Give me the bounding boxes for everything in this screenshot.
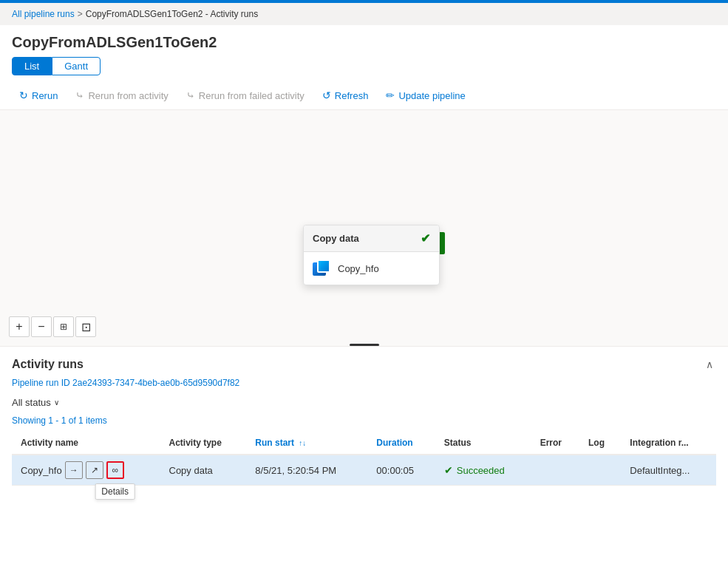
col-activity-type: Activity type bbox=[160, 432, 247, 455]
cell-activity-name: Copy_hfo → ↗ ∞ Details bbox=[12, 455, 160, 486]
popup-header-label: Copy data bbox=[313, 233, 359, 244]
col-integration-runtime: Integration r... bbox=[621, 432, 716, 455]
breadcrumb: All pipeline runs > CopyFromADLSGen1ToGe… bbox=[0, 3, 728, 25]
page-title-area: CopyFromADLSGen1ToGen2 bbox=[0, 25, 728, 57]
toolbar: ↻ Rerun ⤷ Rerun from activity ⤷ Rerun fr… bbox=[0, 81, 728, 110]
cell-duration: 00:00:05 bbox=[367, 455, 435, 486]
expand-icon: ⊡ bbox=[81, 320, 91, 334]
sort-arrows-icon: ↑↓ bbox=[299, 439, 306, 447]
pipeline-run-id: Pipeline run ID 2ae24393-7347-4beb-ae0b-… bbox=[12, 378, 716, 388]
status-text: Succeeded bbox=[457, 465, 505, 476]
action-output-button[interactable]: ↗ bbox=[86, 461, 103, 479]
popup-item[interactable]: Copy_hfo bbox=[304, 252, 439, 285]
rerun-from-failed-icon: ⤷ bbox=[186, 89, 195, 101]
rerun-from-activity-icon: ⤷ bbox=[75, 89, 84, 101]
col-error: Error bbox=[531, 432, 579, 455]
page-title: CopyFromADLSGen1ToGen2 bbox=[12, 34, 716, 51]
action-input-button[interactable]: → bbox=[65, 461, 83, 479]
fit-icon: ⊞ bbox=[60, 322, 67, 332]
rerun-from-failed-label: Rerun from failed activity bbox=[199, 90, 305, 101]
section-title: Activity runs bbox=[12, 358, 84, 371]
cell-run-start: 8/5/21, 5:20:54 PM bbox=[246, 455, 367, 486]
zoom-out-button[interactable]: − bbox=[31, 316, 52, 337]
zoom-out-icon: − bbox=[38, 320, 44, 333]
showing-count: Showing 1 - 1 of 1 items bbox=[12, 415, 716, 426]
col-activity-name: Activity name bbox=[12, 432, 160, 455]
canvas-area[interactable]: Copy data ✔ Copy_hfo + − ⊞ ⊡ bbox=[0, 110, 728, 347]
status-filter-label: All status bbox=[12, 397, 51, 408]
update-pipeline-label: Update pipeline bbox=[398, 90, 465, 101]
popup-header: Copy data ✔ bbox=[304, 225, 439, 252]
action-details-button[interactable]: ∞ bbox=[106, 461, 124, 479]
refresh-button[interactable]: ↺ Refresh bbox=[315, 86, 376, 105]
cell-integration-runtime: DefaultInteg... bbox=[621, 455, 716, 486]
zoom-in-icon: + bbox=[16, 320, 22, 333]
scroll-indicator bbox=[350, 344, 379, 346]
gantt-view-button[interactable]: Gantt bbox=[52, 57, 101, 75]
tooltip-text: Details bbox=[95, 483, 135, 500]
activity-runs-section: Activity runs ∧ Pipeline run ID 2ae24393… bbox=[0, 347, 728, 486]
rerun-from-activity-button[interactable]: ⤷ Rerun from activity bbox=[68, 86, 175, 105]
activity-runs-table: Activity name Activity type Run start ↑↓… bbox=[12, 432, 716, 486]
pipeline-run-id-label: Pipeline run ID bbox=[12, 378, 70, 388]
view-toggle: List Gantt bbox=[12, 57, 716, 75]
rerun-button[interactable]: ↻ Rerun bbox=[12, 86, 65, 105]
rerun-label: Rerun bbox=[32, 90, 58, 101]
run-start-label: Run start bbox=[255, 438, 294, 448]
cell-error bbox=[531, 455, 579, 486]
action-details-wrapper: ∞ Details bbox=[106, 461, 124, 479]
cell-status: ✔ Succeeded bbox=[435, 455, 531, 486]
list-view-button[interactable]: List bbox=[12, 57, 52, 75]
section-header: Activity runs ∧ bbox=[12, 356, 716, 373]
row-actions: → ↗ ∞ Details bbox=[65, 461, 124, 479]
status-success-badge: ✔ Succeeded bbox=[444, 464, 523, 476]
collapse-button[interactable]: ∧ bbox=[703, 356, 716, 373]
popup-item-label: Copy_hfo bbox=[338, 263, 379, 274]
zoom-controls: + − ⊞ ⊡ bbox=[9, 316, 96, 337]
update-pipeline-button[interactable]: ✏ Update pipeline bbox=[378, 86, 472, 105]
col-status: Status bbox=[435, 432, 531, 455]
pipeline-run-id-value: 2ae24393-7347-4beb-ae0b-65d9590d7f82 bbox=[72, 378, 239, 388]
popup-check-icon: ✔ bbox=[421, 231, 430, 245]
rerun-icon: ↻ bbox=[19, 89, 28, 101]
table-body: Copy_hfo → ↗ ∞ Details Copy data 8/5/21,… bbox=[12, 455, 716, 486]
copy-data-icon bbox=[313, 259, 330, 277]
fit-to-screen-button[interactable]: ⊞ bbox=[53, 316, 74, 337]
refresh-icon: ↺ bbox=[322, 89, 331, 101]
col-duration[interactable]: Duration bbox=[367, 432, 435, 455]
refresh-label: Refresh bbox=[335, 90, 369, 101]
status-filter[interactable]: All status ∨ bbox=[12, 394, 59, 411]
breadcrumb-link[interactable]: All pipeline runs bbox=[12, 9, 75, 19]
zoom-in-button[interactable]: + bbox=[9, 316, 30, 337]
activity-name-text: Copy_hfo bbox=[21, 465, 62, 476]
expand-button[interactable]: ⊡ bbox=[75, 316, 96, 337]
chevron-down-icon: ∨ bbox=[54, 398, 59, 407]
table-header: Activity name Activity type Run start ↑↓… bbox=[12, 432, 716, 455]
breadcrumb-separator: > bbox=[78, 9, 83, 19]
table-row[interactable]: Copy_hfo → ↗ ∞ Details Copy data 8/5/21,… bbox=[12, 455, 716, 486]
activity-popup: Copy data ✔ Copy_hfo bbox=[303, 225, 440, 285]
cell-log bbox=[579, 455, 621, 486]
edit-icon: ✏ bbox=[386, 89, 395, 101]
success-icon: ✔ bbox=[444, 464, 453, 476]
breadcrumb-current: CopyFromADLSGen1ToGen2 - Activity runs bbox=[86, 9, 258, 19]
col-log: Log bbox=[579, 432, 621, 455]
col-run-start[interactable]: Run start ↑↓ bbox=[246, 432, 367, 455]
rerun-from-activity-label: Rerun from activity bbox=[88, 90, 168, 101]
rerun-from-failed-button[interactable]: ⤷ Rerun from failed activity bbox=[179, 86, 312, 105]
cell-activity-type: Copy data bbox=[160, 455, 247, 486]
